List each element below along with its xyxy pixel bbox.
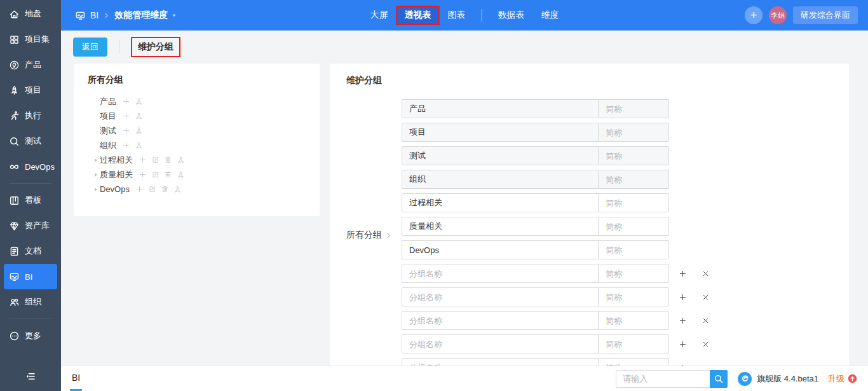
sidebar-item-project[interactable]: 项目 <box>0 78 61 103</box>
tree-node-label[interactable]: 过程相关 <box>100 154 133 166</box>
tree-node-actions <box>122 127 143 135</box>
tree-node-actions <box>122 141 143 149</box>
avatar[interactable]: 李娟 <box>769 6 787 24</box>
trash-icon[interactable] <box>164 156 172 164</box>
group-abbr-input[interactable] <box>598 334 669 353</box>
zentao-logo-icon <box>737 371 752 387</box>
sidebar-item-assets[interactable]: 资产库 <box>0 213 61 238</box>
nav-item-chart[interactable]: 图表 <box>440 6 474 25</box>
group-name-input[interactable] <box>402 217 599 236</box>
search-button[interactable] <box>710 370 728 388</box>
nav-item-dimension[interactable]: 维度 <box>533 6 567 25</box>
plus-icon[interactable] <box>122 127 130 135</box>
tree-node-label[interactable]: 项目 <box>100 111 116 122</box>
sidebar-item-more[interactable]: 更多 <box>0 323 61 348</box>
x-icon[interactable] <box>702 340 710 348</box>
sidebar-item-kanban[interactable]: 看板 <box>0 188 61 213</box>
edit-icon[interactable] <box>151 170 159 179</box>
group-abbr-input[interactable] <box>598 193 669 212</box>
group-abbr-input[interactable] <box>598 311 669 330</box>
group-abbr-input[interactable] <box>598 217 669 236</box>
tree-node-label[interactable]: 测试 <box>100 125 116 137</box>
plus-icon[interactable] <box>122 141 130 149</box>
assign-user-icon[interactable] <box>177 156 185 164</box>
assign-user-icon[interactable] <box>173 185 182 193</box>
tree-node-actions <box>139 170 185 179</box>
trash-icon[interactable] <box>164 170 172 179</box>
nav-item-dataset[interactable]: 数据表 <box>490 6 533 25</box>
assign-user-icon[interactable] <box>135 127 143 135</box>
plus-icon[interactable] <box>679 293 687 301</box>
monitor-chart-icon <box>75 10 86 21</box>
group-name-input[interactable] <box>402 287 599 306</box>
plus-icon[interactable] <box>135 185 144 193</box>
group-name-input[interactable] <box>402 240 599 259</box>
nav-item-pivot[interactable]: 透视表 <box>397 6 440 25</box>
row-actions <box>679 293 710 301</box>
group-name-input[interactable] <box>402 193 599 212</box>
x-icon[interactable] <box>702 293 710 301</box>
caret-down-icon <box>171 12 177 18</box>
tree-node-label[interactable]: 质量相关 <box>100 169 133 181</box>
upgrade-link[interactable]: 升级 <box>828 373 857 385</box>
sidebar-item-home[interactable]: 地盘 <box>0 1 61 27</box>
tab-maintain-groups[interactable]: 维护分组 <box>131 37 180 57</box>
group-name-input[interactable] <box>402 264 599 283</box>
workspace-button[interactable]: 研发综合界面 <box>793 6 858 24</box>
sidebar-item-bi[interactable]: BI <box>4 264 57 289</box>
collapse-menu-icon[interactable] <box>25 371 36 382</box>
group-abbr-input <box>598 170 669 189</box>
footer-search <box>616 370 728 388</box>
assign-user-icon[interactable] <box>135 97 143 106</box>
tree-row: 项目 <box>88 109 312 123</box>
sidebar-item-qa[interactable]: 测试 <box>0 128 61 154</box>
assign-user-icon[interactable] <box>135 141 143 149</box>
x-icon[interactable] <box>702 317 710 325</box>
footer-tab-bi[interactable]: BI <box>70 366 82 391</box>
search-input[interactable] <box>616 370 710 388</box>
group-name-input[interactable] <box>402 311 599 330</box>
sidebar-item-execution[interactable]: 执行 <box>0 103 61 128</box>
group-abbr-input[interactable] <box>598 287 669 306</box>
plus-icon[interactable] <box>122 112 130 120</box>
edit-icon[interactable] <box>151 156 159 164</box>
x-icon[interactable] <box>702 270 710 278</box>
sidebar-bottom <box>0 363 61 391</box>
plus-icon[interactable] <box>139 156 147 164</box>
group-abbr-input[interactable] <box>598 264 669 283</box>
breadcrumb-page-dropdown[interactable]: 效能管理维度 <box>114 10 177 21</box>
plus-icon[interactable] <box>679 270 687 278</box>
plus-icon[interactable] <box>679 317 687 325</box>
edit-icon[interactable] <box>148 185 156 193</box>
squares-grid-icon <box>9 34 20 45</box>
sidebar-item-devops[interactable]: DevOps <box>0 154 61 179</box>
caret-right-icon[interactable] <box>92 172 100 178</box>
group-name-input <box>402 123 599 142</box>
back-button[interactable]: 返回 <box>73 38 107 57</box>
all-groups-side-label: 所有分组 <box>346 230 392 241</box>
tree-node-label[interactable]: 组织 <box>100 140 116 151</box>
sidebar-item-product[interactable]: 产品 <box>0 52 61 78</box>
breadcrumb-app[interactable]: BI <box>90 10 98 20</box>
plus-icon[interactable] <box>679 340 687 348</box>
plus-icon[interactable] <box>122 97 130 106</box>
assign-user-icon[interactable] <box>177 170 185 179</box>
caret-right-icon[interactable] <box>92 157 100 163</box>
infinity-icon <box>9 161 20 172</box>
sidebar-item-doc[interactable]: 文档 <box>0 238 61 264</box>
caret-right-icon[interactable] <box>92 186 100 193</box>
plus-icon[interactable] <box>139 170 147 179</box>
monitor-chart-icon <box>9 271 20 282</box>
trash-icon[interactable] <box>161 185 169 193</box>
group-name-input[interactable] <box>402 334 599 353</box>
add-button[interactable]: + <box>745 6 763 24</box>
group-row <box>402 311 710 330</box>
tree-node-label[interactable]: DevOps <box>100 184 130 194</box>
tree-node-label[interactable]: 产品 <box>100 96 116 107</box>
assign-user-icon[interactable] <box>135 112 143 120</box>
tree-node-actions <box>122 97 143 106</box>
nav-item-bigscreen[interactable]: 大屏 <box>362 6 397 25</box>
sidebar-item-org[interactable]: 组织 <box>0 289 61 315</box>
group-abbr-input[interactable] <box>598 240 669 259</box>
sidebar-item-program[interactable]: 项目集 <box>0 27 61 52</box>
